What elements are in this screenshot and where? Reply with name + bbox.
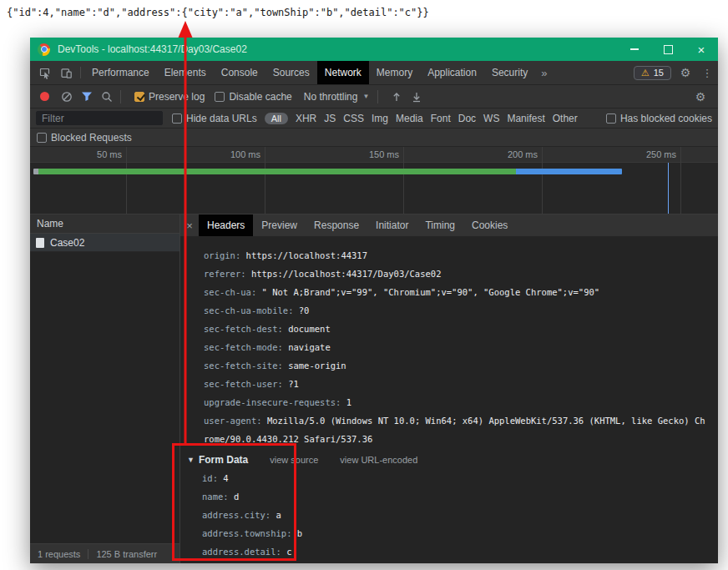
filter-funnel-icon[interactable]	[77, 91, 97, 102]
header-name: sec-fetch-user:	[204, 379, 283, 389]
header-value: same-origin	[288, 361, 346, 371]
type-filter-font[interactable]: Font	[431, 113, 451, 124]
clear-icon[interactable]	[57, 91, 77, 103]
device-toolbar-icon[interactable]	[55, 61, 77, 84]
network-toolbar: Preserve log Disable cache No throttling…	[30, 85, 718, 108]
type-filter-js[interactable]: JS	[324, 113, 336, 124]
header-value: document	[288, 324, 331, 334]
tab-elements[interactable]: Elements	[157, 61, 214, 84]
details-tab-headers[interactable]: Headers	[199, 214, 253, 236]
type-filter-manifest[interactable]: Manifest	[507, 113, 544, 124]
type-filter-doc[interactable]: Doc	[458, 113, 476, 124]
header-name: sec-ch-ua-mobile:	[204, 305, 293, 315]
record-icon[interactable]	[40, 92, 49, 101]
header-name: sec-fetch-site:	[204, 361, 283, 371]
form-data-param: address.detail: c	[180, 542, 718, 561]
form-data-param: name: d	[180, 487, 718, 506]
disable-cache-checkbox[interactable]: Disable cache	[215, 91, 291, 103]
blocked-requests-label: Blocked Requests	[51, 132, 132, 144]
tab-application[interactable]: Application	[420, 61, 484, 84]
details-tab-timing[interactable]: Timing	[417, 214, 463, 236]
filter-input[interactable]	[36, 111, 163, 125]
form-data-header: ▼ Form Data view source view URL-encoded	[180, 451, 718, 469]
view-source-link[interactable]: view source	[270, 455, 318, 465]
posted-json-text: {"id":4,"name":"d","address":{"city":"a"…	[7, 7, 429, 18]
tab-sources[interactable]: Sources	[265, 61, 317, 84]
window-controls: ×	[618, 38, 718, 61]
name-column-header[interactable]: Name	[30, 214, 179, 234]
tab-performance[interactable]: Performance	[84, 61, 157, 84]
network-settings-gear-icon[interactable]: ⚙	[690, 90, 711, 103]
inspect-element-icon[interactable]	[33, 61, 55, 84]
request-header-line: sec-fetch-site: same-origin	[180, 356, 718, 375]
request-header-line: sec-fetch-dest: document	[180, 320, 718, 338]
preserve-log-checkbox[interactable]: Preserve log	[134, 91, 205, 103]
tab-console[interactable]: Console	[214, 61, 265, 84]
load-event-marker	[668, 163, 669, 214]
details-tab-initiator[interactable]: Initiator	[367, 214, 417, 236]
blocked-requests-bar: Blocked Requests	[30, 129, 718, 147]
form-data-title[interactable]: Form Data	[199, 454, 248, 466]
view-url-encoded-link[interactable]: view URL-encoded	[340, 455, 417, 465]
maximize-button[interactable]	[651, 38, 685, 61]
more-tabs-chevron-icon[interactable]: »	[535, 61, 553, 84]
settings-gear-icon[interactable]: ⚙	[675, 61, 696, 84]
tab-network[interactable]: Network	[317, 61, 369, 84]
request-header-line: upgrade-insecure-requests: 1	[180, 393, 718, 411]
summary-bar: 1 requests 125 B transferr	[30, 543, 179, 563]
checkbox-unchecked-icon	[37, 133, 47, 143]
gridline	[126, 147, 127, 214]
type-filter-ws[interactable]: WS	[483, 113, 499, 124]
type-filter-img[interactable]: Img	[372, 113, 388, 124]
details-tab-cookies[interactable]: Cookies	[463, 214, 516, 236]
issues-count: 15	[654, 68, 664, 78]
requests-count: 1 requests	[38, 549, 80, 559]
type-filter-other[interactable]: Other	[553, 113, 578, 124]
tabbar-spacer	[553, 61, 633, 84]
type-filter-all[interactable]: All	[265, 113, 288, 124]
details-tab-response[interactable]: Response	[306, 214, 367, 236]
has-blocked-cookies-label: Has blocked cookies	[620, 113, 712, 124]
type-filter-xhr[interactable]: XHR	[296, 113, 316, 124]
toolbar-separator	[377, 90, 378, 103]
export-har-icon[interactable]	[407, 91, 427, 103]
devtools-tabbar: Performance Elements Console Sources Net…	[30, 61, 718, 85]
kebab-menu-icon[interactable]: ⋮	[696, 61, 718, 84]
type-filter-media[interactable]: Media	[396, 113, 423, 124]
disclosure-triangle-icon[interactable]: ▼	[187, 456, 195, 464]
checkbox-unchecked-icon	[172, 113, 182, 124]
type-filter-css[interactable]: CSS	[343, 113, 364, 124]
param-value: a	[276, 510, 281, 520]
close-details-icon[interactable]: ×	[180, 214, 199, 236]
header-name: user-agent:	[204, 416, 262, 426]
issues-badge[interactable]: ⚠ 15	[634, 66, 671, 80]
timeline-overview[interactable]: 50 ms 100 ms 150 ms 200 ms 250 ms	[30, 147, 718, 214]
request-details-panel: × Headers Preview Response Initiator Tim…	[180, 214, 718, 563]
window-titlebar: DevTools - localhost:44317/Day03/Case02 …	[30, 38, 718, 61]
tick-label: 100 ms	[230, 149, 260, 159]
import-har-icon[interactable]	[387, 91, 407, 103]
request-header-line: sec-fetch-user: ?1	[180, 375, 718, 393]
header-name: referer:	[204, 269, 246, 279]
param-value: b	[297, 528, 302, 538]
minimize-button[interactable]	[618, 38, 651, 61]
has-blocked-cookies-checkbox[interactable]: Has blocked cookies	[606, 113, 712, 124]
blocked-requests-checkbox[interactable]: Blocked Requests	[37, 132, 132, 144]
header-value: ?0	[299, 305, 310, 315]
request-row-case02[interactable]: Case02	[30, 234, 179, 252]
search-icon[interactable]	[97, 91, 117, 103]
tab-memory[interactable]: Memory	[369, 61, 420, 84]
throttling-select[interactable]: No throttling ▼	[304, 91, 370, 103]
details-tab-preview[interactable]: Preview	[253, 214, 306, 236]
tab-security[interactable]: Security	[484, 61, 535, 84]
checkbox-unchecked-icon	[606, 113, 616, 124]
request-header-line: sec-ch-ua: " Not A;Brand";v="99", "Chrom…	[180, 283, 718, 301]
param-value: c	[286, 547, 291, 557]
chevron-down-icon: ▼	[362, 93, 369, 100]
param-name: address.city:	[202, 510, 270, 520]
form-data-section: ▼ Form Data view source view URL-encoded…	[180, 451, 718, 561]
hide-data-urls-checkbox[interactable]: Hide data URLs	[172, 113, 257, 124]
close-button[interactable]: ×	[685, 38, 718, 61]
header-name: upgrade-insecure-requests:	[204, 397, 341, 407]
throttling-value: No throttling	[304, 91, 358, 103]
